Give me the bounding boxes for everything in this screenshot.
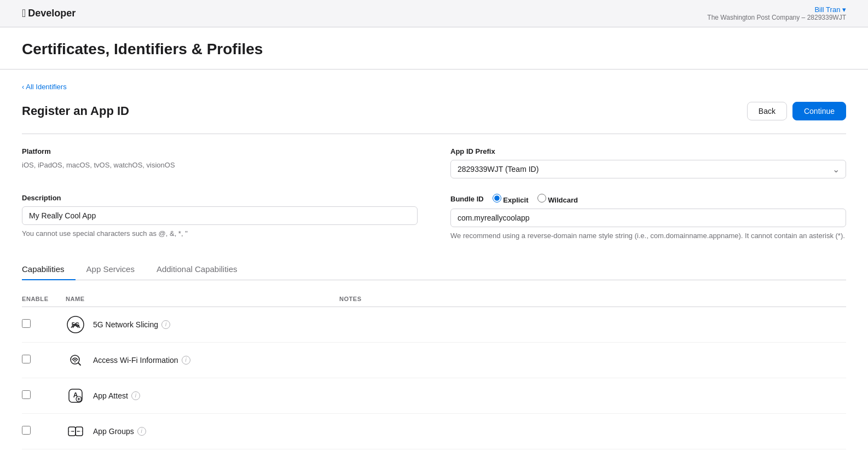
user-info-block: Bill Tran ▾ The Washington Post Company …: [707, 5, 846, 21]
app-attest-name-wrap: App Attest i: [93, 391, 140, 400]
name-cell-groups: App Groups i: [66, 413, 339, 449]
access-wifi-icon: [66, 350, 85, 370]
user-name-dropdown[interactable]: Bill Tran ▾: [707, 5, 846, 14]
notes-cell-wifi: [339, 342, 846, 378]
description-input[interactable]: [22, 206, 418, 225]
5g-network-slicing-icon: 5G: [66, 315, 85, 334]
bundle-id-radio-group: Explicit Wildcard: [493, 194, 578, 204]
description-label: Description: [22, 194, 418, 202]
apple-developer-logo:  Developer: [22, 7, 76, 20]
bundle-id-wildcard-input[interactable]: [537, 194, 546, 203]
app-attest-info-icon[interactable]: i: [131, 391, 140, 400]
table-header-row: ENABLE NAME NOTES: [22, 291, 846, 307]
top-header:  Developer Bill Tran ▾ The Washington P…: [0, 0, 868, 27]
svg-line-4: [78, 363, 80, 365]
app-id-prefix-label: App ID Prefix: [450, 147, 846, 155]
page-title: Certificates, Identifiers & Profiles: [22, 41, 846, 69]
table-row: Access Wi-Fi Information i: [22, 342, 846, 378]
app-id-prefix-select[interactable]: 2829339WJT (Team ID): [450, 160, 846, 178]
enable-cell-wifi: [22, 342, 66, 378]
table-row: 5G 5G Network Slicing i: [22, 307, 846, 342]
form-grid: Platform iOS, iPadOS, macOS, tvOS, watch…: [22, 147, 846, 241]
app-groups-name-wrap: App Groups i: [93, 427, 146, 436]
svg-point-3: [74, 361, 76, 362]
app-attest-icon: A: [66, 386, 85, 406]
platform-value: iOS, iPadOS, macOS, tvOS, watchOS, visio…: [22, 160, 418, 171]
col-notes: NOTES: [339, 291, 846, 307]
checkbox-app-attest[interactable]: [22, 390, 31, 399]
description-hint: You cannot use special characters such a…: [22, 228, 418, 239]
access-wifi-info-icon[interactable]: i: [182, 356, 190, 365]
app-groups-icon: [66, 421, 85, 441]
checkbox-access-wifi[interactable]: [22, 355, 31, 363]
app-id-prefix-field: App ID Prefix 2829339WJT (Team ID): [450, 147, 846, 178]
breadcrumb[interactable]: All Identifiers: [22, 83, 846, 91]
platform-field: Platform iOS, iPadOS, macOS, tvOS, watch…: [22, 147, 418, 178]
svg-point-8: [78, 398, 80, 400]
capabilities-table: ENABLE NAME NOTES 5G: [22, 291, 846, 449]
tab-app-services[interactable]: App Services: [86, 259, 146, 280]
access-wifi-name: Access Wi-Fi Information: [93, 356, 178, 365]
notes-cell-groups: [339, 413, 846, 449]
checkbox-app-groups[interactable]: [22, 426, 31, 435]
bundle-id-input[interactable]: [450, 209, 846, 227]
notes-cell-5g: [339, 307, 846, 342]
5g-network-slicing-name-wrap: 5G Network Slicing i: [93, 320, 170, 329]
col-name: NAME: [66, 291, 339, 307]
app-groups-info-icon[interactable]: i: [137, 427, 146, 436]
bundle-id-field: Bundle ID Explicit Wildcard We recommend…: [450, 194, 846, 241]
bundle-id-explicit-radio[interactable]: Explicit: [493, 194, 529, 204]
name-cell-5g: 5G 5G Network Slicing i: [66, 307, 339, 342]
5g-network-slicing-name: 5G Network Slicing: [93, 320, 158, 329]
user-team-label: The Washington Post Company – 2829339WJT: [707, 14, 846, 21]
description-field: Description You cannot use special chara…: [22, 194, 418, 241]
table-row: A App Attest i: [22, 378, 846, 413]
page-title-bar: Certificates, Identifiers & Profiles: [0, 27, 868, 70]
form-divider: [22, 134, 846, 134]
tab-capabilities[interactable]: Capabilities: [22, 259, 76, 280]
app-groups-name: App Groups: [93, 427, 134, 436]
checkbox-5g-network-slicing[interactable]: [22, 319, 31, 328]
enable-cell-5g: [22, 307, 66, 342]
access-wifi-name-wrap: Access Wi-Fi Information i: [93, 356, 190, 365]
5g-network-slicing-info-icon[interactable]: i: [161, 320, 170, 329]
app-id-prefix-select-wrapper: 2829339WJT (Team ID): [450, 160, 846, 178]
app-attest-name: App Attest: [93, 391, 128, 400]
section-title: Register an App ID: [22, 104, 129, 118]
main-content: All Identifiers Register an App ID Back …: [0, 70, 868, 468]
capabilities-tabs: Capabilities App Services Additional Cap…: [22, 259, 846, 280]
svg-text:5G: 5G: [72, 321, 80, 328]
name-cell-wifi: Access Wi-Fi Information i: [66, 342, 339, 378]
dropdown-chevron: ▾: [842, 5, 846, 14]
bundle-id-hint: We recommend using a reverse-domain name…: [450, 230, 846, 241]
bundle-id-explicit-label: Explicit: [503, 196, 528, 204]
continue-button[interactable]: Continue: [792, 102, 846, 120]
col-enable: ENABLE: [22, 291, 66, 307]
bundle-id-explicit-input[interactable]: [493, 194, 501, 203]
bundle-id-wildcard-radio[interactable]: Wildcard: [537, 194, 578, 204]
name-cell-attest: A App Attest i: [66, 378, 339, 413]
back-button[interactable]: Back: [747, 102, 787, 120]
section-header: Register an App ID Back Continue: [22, 102, 846, 120]
table-row: App Groups i: [22, 413, 846, 449]
bundle-id-wildcard-label: Wildcard: [548, 196, 578, 204]
enable-cell-groups: [22, 413, 66, 449]
apple-icon: : [22, 7, 26, 20]
platform-label: Platform: [22, 147, 418, 155]
action-buttons: Back Continue: [747, 102, 846, 120]
developer-label: Developer: [28, 8, 76, 19]
notes-cell-attest: [339, 378, 846, 413]
tab-additional-capabilities[interactable]: Additional Capabilities: [157, 259, 248, 280]
enable-cell-attest: [22, 378, 66, 413]
bundle-id-label: Bundle ID: [450, 195, 484, 203]
bundle-id-label-row: Bundle ID Explicit Wildcard: [450, 194, 846, 204]
